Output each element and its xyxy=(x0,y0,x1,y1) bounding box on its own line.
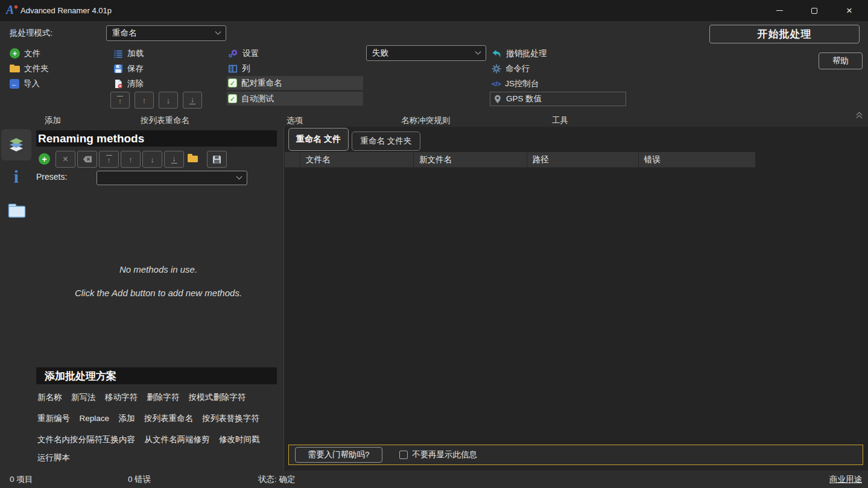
method-move-down-button[interactable]: ↓ xyxy=(142,151,162,168)
method-links-row-2: 重新编号 Replace 添加 按列表重命名 按列表替换字符 xyxy=(37,413,279,424)
auto-test-label: 自动测试 xyxy=(241,93,274,104)
app-logo-icon: A xyxy=(6,4,18,16)
js-console-button[interactable]: </> JS控制台 xyxy=(492,77,539,90)
empty-methods-message: No methods in use. xyxy=(33,264,284,274)
presets-select[interactable] xyxy=(97,171,247,185)
sidebar-item-info[interactable]: i xyxy=(7,168,25,186)
sidebar-item-files[interactable] xyxy=(8,203,26,221)
method-link[interactable]: 添加 xyxy=(118,413,135,424)
method-link[interactable]: 删除字符 xyxy=(147,392,179,403)
method-links-row-4: 运行脚本 xyxy=(37,452,279,463)
batch-mode-select[interactable]: 重命名 xyxy=(106,25,226,41)
auto-test-toggle[interactable]: ✓ 自动测试 xyxy=(227,92,363,106)
tab-rename-files[interactable]: 重命名 文件 xyxy=(288,128,349,151)
method-link[interactable]: 新写法 xyxy=(71,392,96,403)
gps-values-button[interactable]: GPS 数值 xyxy=(490,92,626,106)
move-up-button[interactable]: ↑ xyxy=(135,92,154,109)
settings-icon xyxy=(228,49,238,59)
settings-button[interactable]: 设置 xyxy=(228,46,259,60)
help-button[interactable]: 帮助 xyxy=(819,52,863,69)
maximize-icon xyxy=(811,8,817,14)
window-title: Advanced Renamer 4.01p xyxy=(21,0,112,21)
move-bottom-icon: ↓ xyxy=(171,154,177,164)
method-link[interactable]: 重新编号 xyxy=(37,413,70,424)
method-link[interactable]: 新名称 xyxy=(37,392,62,403)
method-link[interactable]: 按列表替换字符 xyxy=(202,413,259,424)
layers-icon xyxy=(7,137,25,153)
add-folder-button[interactable]: 文件夹 xyxy=(10,62,49,75)
columns-label: 列 xyxy=(242,63,250,74)
method-link[interactable]: 修改时间戳 xyxy=(219,434,260,445)
undo-icon xyxy=(492,49,502,59)
folder-outline-icon xyxy=(8,203,26,218)
add-method-icon: + xyxy=(39,153,50,165)
move-top-icon: ↑ xyxy=(117,95,123,105)
name-conflict-select[interactable]: 失败 xyxy=(366,45,486,61)
getting-started-help-button[interactable]: 需要入门帮助吗? xyxy=(295,447,382,463)
chevron-down-icon xyxy=(215,28,221,34)
sidebar-item-methods[interactable] xyxy=(1,129,31,160)
dismiss-checkbox[interactable] xyxy=(399,451,408,459)
license-link[interactable]: 商业用途 xyxy=(829,471,862,488)
file-table-header: 文件名 新文件名 路径 错误 xyxy=(285,152,756,168)
save-list-label: 保存 xyxy=(127,63,144,74)
add-files-button[interactable]: + 文件 xyxy=(10,46,40,60)
command-line-label: 命令行 xyxy=(505,63,530,74)
move-down-button[interactable]: ↓ xyxy=(159,92,178,109)
pair-renaming-label: 配对重命名 xyxy=(241,78,282,89)
columns-button[interactable]: 列 xyxy=(228,62,250,75)
start-batch-button[interactable]: 开始批处理 xyxy=(709,25,860,43)
column-header-path[interactable]: 路径 xyxy=(527,152,639,167)
add-files-label: 文件 xyxy=(24,48,40,59)
command-line-button[interactable]: 命令行 xyxy=(492,62,530,75)
import-button[interactable]: ← 导入 xyxy=(10,77,40,90)
remove-method-button[interactable]: × xyxy=(55,151,75,168)
chevron-down-icon xyxy=(236,173,242,179)
save-list-button[interactable]: 保存 xyxy=(113,62,144,75)
add-method-button[interactable]: + xyxy=(39,153,50,165)
column-header-new-filename[interactable]: 新文件名 xyxy=(414,152,527,167)
section-label-name-conflict: 名称冲突规则 xyxy=(401,115,450,127)
method-link[interactable]: Replace xyxy=(79,414,109,423)
load-list-button[interactable]: 加载 xyxy=(113,46,144,60)
pair-renaming-toggle[interactable]: ✓ 配对重命名 xyxy=(227,76,363,90)
minimize-button[interactable] xyxy=(765,0,793,21)
open-preset-button[interactable] xyxy=(188,154,200,166)
dismiss-checkbox-label: 不要再显示此信息 xyxy=(412,449,477,460)
method-links-row-3: 文件名内按分隔符互换内容 从文件名两端修剪 修改时间戳 xyxy=(37,434,285,445)
move-bottom-button[interactable]: ↓ xyxy=(183,92,202,109)
presets-label: Presets: xyxy=(36,172,67,182)
tab-rename-folders[interactable]: 重命名 文件夹 xyxy=(352,132,420,151)
maximize-button[interactable] xyxy=(800,0,828,21)
load-list-label: 加载 xyxy=(127,48,144,59)
method-link[interactable]: 文件名内按分隔符互换内容 xyxy=(37,434,135,445)
move-down-icon: ↓ xyxy=(166,97,171,104)
column-header-error[interactable]: 错误 xyxy=(639,152,756,167)
method-link[interactable]: 从文件名两端修剪 xyxy=(144,434,209,445)
undo-batch-button[interactable]: 撤销批处理 xyxy=(492,46,547,60)
method-link[interactable]: 按列表重命名 xyxy=(144,413,193,424)
batch-mode-label: 批处理模式: xyxy=(10,25,52,41)
method-link[interactable]: 运行脚本 xyxy=(37,452,70,463)
save-preset-button[interactable] xyxy=(207,151,227,168)
method-move-up-button[interactable]: ↑ xyxy=(121,151,141,168)
add-folder-label: 文件夹 xyxy=(24,63,49,74)
import-icon: ← xyxy=(10,79,19,89)
help-label: 帮助 xyxy=(832,55,849,66)
method-link[interactable]: 按模式删除字符 xyxy=(189,392,246,403)
columns-icon xyxy=(228,64,238,74)
section-label-rename-by-list: 按列表重命名 xyxy=(141,115,189,127)
method-move-bottom-button[interactable]: ↓ xyxy=(164,151,184,168)
column-header-filename[interactable]: 文件名 xyxy=(300,152,414,167)
clear-methods-button[interactable] xyxy=(77,151,97,168)
column-header-select[interactable] xyxy=(285,152,300,167)
move-top-button[interactable]: ↑ xyxy=(110,92,130,109)
move-bottom-icon: ↓ xyxy=(189,95,195,105)
clear-list-button[interactable]: 清除 xyxy=(113,77,144,90)
close-button[interactable]: × xyxy=(835,0,863,21)
title-bar: A Advanced Renamer 4.01p × xyxy=(0,0,868,21)
method-link[interactable]: 移动字符 xyxy=(105,392,138,403)
checkbox-checked-icon: ✓ xyxy=(228,94,237,103)
load-icon xyxy=(113,49,123,59)
method-move-top-button[interactable]: ↑ xyxy=(99,151,119,168)
